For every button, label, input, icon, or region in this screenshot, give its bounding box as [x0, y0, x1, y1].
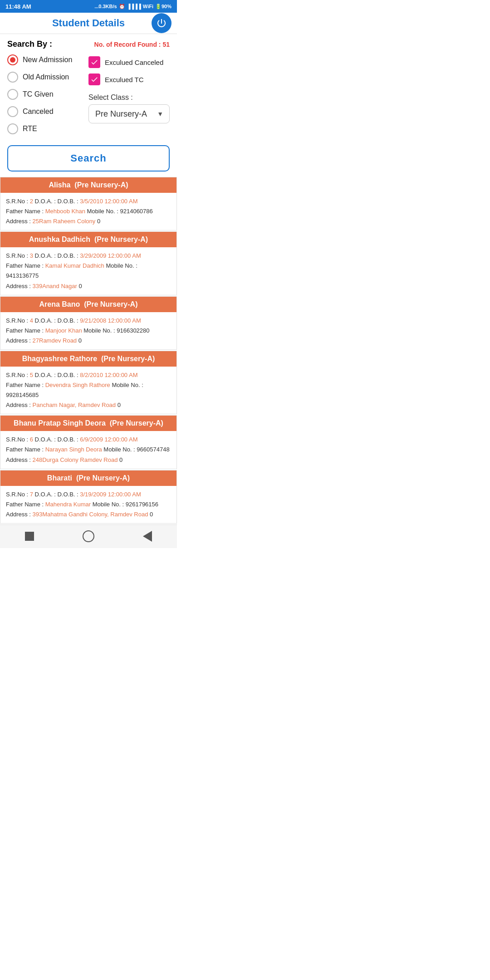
options-grid: New Admission Old Admission TC Given Can… [7, 54, 170, 134]
detail-address: Address : 393Mahatma Gandhi Colony, Ramd… [6, 510, 171, 519]
triangle-icon [143, 531, 152, 542]
radio-tc-given-label: TC Given [23, 90, 54, 98]
student-details: S.R.No : 2 D.O.A. : D.O.B. : 3/5/2010 12… [0, 193, 176, 230]
radio-column: New Admission Old Admission TC Given Can… [7, 54, 88, 134]
page-title: Student Details [52, 17, 125, 29]
select-class-label: Select Class : [88, 93, 170, 102]
radio-old-admission-circle [7, 72, 18, 83]
radio-old-admission-label: Old Admission [23, 73, 69, 81]
radio-old-admission[interactable]: Old Admission [7, 72, 88, 83]
search-header: Search By : No. of Record Found : 51 [7, 39, 170, 49]
student-header: Bharati (Pre Nursery-A) [0, 470, 176, 486]
student-details: S.R.No : 4 D.O.A. : D.O.B. : 9/21/2008 1… [0, 312, 176, 349]
status-right: ...0.3KB/s ⏰ ▐▐▐▐ WiFi 🔋90% [94, 4, 172, 10]
detail-father-mobile: Father Name : Kamal Kumar Dadhich Mobile… [6, 261, 171, 281]
power-icon [156, 18, 167, 29]
clock-icon: ⏰ [119, 4, 125, 10]
status-bar: 11:48 AM ...0.3KB/s ⏰ ▐▐▐▐ WiFi 🔋90% [0, 0, 177, 13]
signal-icon: ▐▐▐▐ [127, 4, 141, 9]
radio-rte[interactable]: RTE [7, 123, 88, 134]
student-name: Anushka Dadhich (Pre Nursery-A) [29, 235, 148, 243]
student-card[interactable]: Bhanu Pratap Singh Deora (Pre Nursery-A)… [0, 415, 177, 469]
detail-father-mobile: Father Name : Mahendra Kumar Mobile No. … [6, 500, 171, 510]
battery-icon: 🔋90% [155, 4, 172, 10]
detail-srno-dob: S.R.No : 4 D.O.A. : D.O.B. : 9/21/2008 1… [6, 316, 171, 326]
detail-srno-dob: S.R.No : 6 D.O.A. : D.O.B. : 6/9/2009 12… [6, 435, 171, 445]
radio-tc-given[interactable]: TC Given [7, 89, 88, 100]
power-button[interactable] [152, 13, 172, 33]
class-select[interactable]: Pre Nursery-A Pre Nursery-B Nursery-A Nu… [88, 104, 170, 123]
network-speed: ...0.3KB/s [94, 4, 117, 9]
student-card[interactable]: Bhagyashree Rathore (Pre Nursery-A) S.R.… [0, 351, 177, 414]
checkbox-excl-canceled-box [88, 56, 100, 68]
student-name: Alisha (Pre Nursery-A) [49, 181, 128, 189]
detail-father-mobile: Father Name : Mehboob Khan Mobile No. : … [6, 206, 171, 216]
nav-home-button[interactable] [82, 530, 95, 543]
search-button[interactable]: Search [7, 145, 170, 172]
student-list: Alisha (Pre Nursery-A) S.R.No : 2 D.O.A.… [0, 177, 177, 524]
radio-rte-label: RTE [23, 125, 37, 133]
check-icon-2 [90, 75, 98, 83]
student-name: Bharati (Pre Nursery-A) [47, 474, 130, 482]
checkbox-excl-canceled[interactable]: Exculued Canceled [88, 56, 170, 68]
detail-srno-dob: S.R.No : 7 D.O.A. : D.O.B. : 3/19/2009 1… [6, 490, 171, 500]
student-name: Bhagyashree Rathore (Pre Nursery-A) [22, 355, 155, 363]
wifi-icon: WiFi [143, 4, 153, 9]
class-select-wrapper: Pre Nursery-A Pre Nursery-B Nursery-A Nu… [88, 104, 170, 123]
radio-canceled-label: Canceled [23, 108, 54, 116]
student-header: Anushka Dadhich (Pre Nursery-A) [0, 232, 176, 247]
student-details: S.R.No : 6 D.O.A. : D.O.B. : 6/9/2009 12… [0, 431, 176, 468]
student-card[interactable]: Alisha (Pre Nursery-A) S.R.No : 2 D.O.A.… [0, 177, 177, 230]
detail-address: Address : Pancham Nagar, Ramdev Road 0 [6, 400, 171, 410]
search-section: Search By : No. of Record Found : 51 New… [0, 34, 177, 138]
record-count: No. of Record Found : 51 [94, 41, 170, 48]
radio-tc-given-circle [7, 89, 18, 100]
detail-address: Address : 25Ram Raheem Colony 0 [6, 216, 171, 226]
circle-icon [83, 530, 94, 542]
detail-srno-dob: S.R.No : 2 D.O.A. : D.O.B. : 3/5/2010 12… [6, 196, 171, 206]
time: 11:48 AM [5, 3, 31, 10]
student-details: S.R.No : 5 D.O.A. : D.O.B. : 8/2/2010 12… [0, 367, 176, 414]
detail-father-mobile: Father Name : Narayan Singh Deora Mobile… [6, 445, 171, 455]
detail-address: Address : 339Anand Nagar 0 [6, 281, 171, 291]
detail-srno-dob: S.R.No : 3 D.O.A. : D.O.B. : 3/29/2009 1… [6, 251, 171, 261]
detail-father-mobile: Father Name : Manjoor Khan Mobile No. : … [6, 326, 171, 336]
radio-new-admission-circle [7, 54, 18, 65]
checkbox-column: Exculued Canceled Exculued TC Select Cla… [88, 54, 170, 134]
detail-father-mobile: Father Name : Devendra Singh Rathore Mob… [6, 380, 171, 400]
radio-canceled-circle [7, 106, 18, 117]
check-icon [90, 58, 98, 66]
student-details: S.R.No : 7 D.O.A. : D.O.B. : 3/19/2009 1… [0, 486, 176, 523]
app-header: Student Details [0, 13, 177, 34]
detail-address: Address : 27Ramdev Road 0 [6, 336, 171, 346]
student-card[interactable]: Arena Bano (Pre Nursery-A) S.R.No : 4 D.… [0, 296, 177, 350]
student-name: Bhanu Pratap Singh Deora (Pre Nursery-A) [14, 419, 163, 427]
bottom-navigation [0, 524, 177, 548]
radio-new-admission[interactable]: New Admission [7, 54, 88, 65]
square-icon [25, 532, 34, 541]
search-by-label: Search By : [7, 39, 52, 49]
radio-rte-circle [7, 123, 18, 134]
student-header: Bhagyashree Rathore (Pre Nursery-A) [0, 351, 176, 367]
nav-back-button[interactable] [141, 530, 154, 543]
student-card[interactable]: Bharati (Pre Nursery-A) S.R.No : 7 D.O.A… [0, 470, 177, 524]
checkbox-excl-tc-box [88, 74, 100, 85]
student-header: Arena Bano (Pre Nursery-A) [0, 297, 176, 312]
nav-square-button[interactable] [23, 530, 36, 543]
checkbox-excl-tc-label: Exculued TC [105, 76, 144, 83]
checkbox-excl-tc[interactable]: Exculued TC [88, 74, 170, 85]
checkbox-excl-canceled-label: Exculued Canceled [105, 59, 163, 66]
student-card[interactable]: Anushka Dadhich (Pre Nursery-A) S.R.No :… [0, 231, 177, 295]
detail-address: Address : 248Durga Colony Ramdev Road 0 [6, 455, 171, 465]
radio-canceled[interactable]: Canceled [7, 106, 88, 117]
student-details: S.R.No : 3 D.O.A. : D.O.B. : 3/29/2009 1… [0, 247, 176, 294]
student-header: Bhanu Pratap Singh Deora (Pre Nursery-A) [0, 416, 176, 431]
student-header: Alisha (Pre Nursery-A) [0, 177, 176, 193]
search-button-wrap: Search [0, 138, 177, 177]
detail-srno-dob: S.R.No : 5 D.O.A. : D.O.B. : 8/2/2010 12… [6, 370, 171, 380]
student-name: Arena Bano (Pre Nursery-A) [39, 300, 138, 308]
select-class-section: Select Class : Pre Nursery-A Pre Nursery… [88, 93, 170, 123]
radio-new-admission-label: New Admission [23, 56, 72, 64]
